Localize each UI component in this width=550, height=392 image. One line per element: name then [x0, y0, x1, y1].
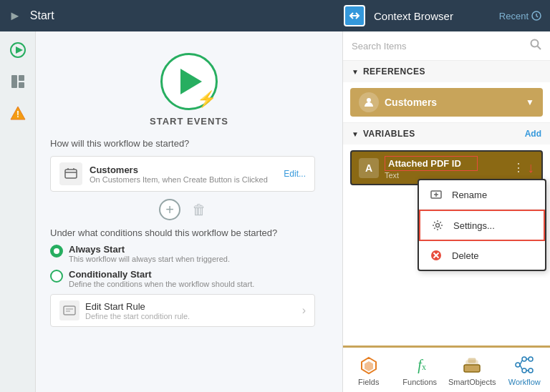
edit-rule-desc: Define the start condition rule. — [85, 312, 296, 320]
always-start-radio[interactable] — [50, 245, 63, 258]
svg-point-34 — [522, 357, 526, 361]
delete-label: Delete — [452, 250, 479, 261]
workflow-question: How will this workflow be started? — [50, 138, 328, 149]
settings-menu-item[interactable]: Settings... — [419, 210, 545, 241]
workflow-tab-label: Workflow — [508, 378, 541, 386]
references-section-header: ▼ REFERENCES — [343, 61, 550, 82]
lightning-icon: ⚡ — [197, 90, 216, 109]
rename-icon — [428, 186, 445, 203]
edit-rule-row[interactable]: Edit Start Rule Define the start conditi… — [50, 294, 315, 327]
svg-marker-27 — [365, 361, 373, 371]
context-browser-title: Context Browser — [374, 10, 453, 22]
edit-trigger-link[interactable]: Edit... — [284, 169, 306, 179]
conditional-start-desc: Define the conditions when the workflow … — [69, 280, 315, 288]
variable-name-input[interactable] — [385, 156, 478, 171]
conditional-start-option[interactable]: Conditionally Start Define the condition… — [50, 269, 315, 288]
bottom-tabs: Fields f x Functions — [343, 346, 550, 392]
svg-rect-31 — [468, 358, 476, 363]
variable-item-container: A Text ⋮ ↓ — [350, 150, 543, 185]
svg-point-36 — [522, 368, 526, 373]
delete-trigger-button[interactable]: 🗑 — [192, 202, 206, 218]
references-label: REFERENCES — [363, 67, 425, 77]
conditional-start-label: Conditionally Start — [69, 269, 315, 280]
trigger-name: Customers — [90, 165, 284, 175]
always-start-desc: This workflow will always start when tri… — [69, 255, 315, 263]
always-start-option[interactable]: Always Start This workflow will always s… — [50, 244, 315, 263]
svg-rect-6 — [19, 82, 24, 88]
svg-text:!: ! — [16, 109, 19, 119]
context-menu: Rename Settings... — [418, 179, 546, 271]
rule-arrow-icon: › — [302, 304, 306, 317]
customers-label: Customers — [385, 97, 526, 108]
edit-rule-title: Edit Start Rule — [85, 301, 296, 312]
page-title: Start — [30, 9, 54, 22]
trigger-desc: On Customers Item, when Create Button is… — [90, 175, 284, 184]
warning-icon[interactable]: ! — [5, 100, 31, 126]
svg-point-16 — [531, 40, 539, 47]
play-icon[interactable] — [5, 37, 31, 63]
settings-icon — [429, 217, 446, 234]
delete-icon — [428, 247, 445, 264]
add-trigger-button[interactable]: + — [159, 199, 180, 220]
left-sidebar: ! — [0, 31, 36, 392]
svg-rect-32 — [464, 365, 480, 372]
functions-tab-label: Functions — [402, 378, 437, 386]
rename-menu-item[interactable]: Rename — [419, 180, 545, 210]
search-icon[interactable] — [530, 39, 541, 53]
svg-text:x: x — [422, 362, 426, 372]
conditional-start-radio[interactable] — [50, 270, 63, 283]
start-events-label: START EVENTS — [150, 116, 228, 127]
functions-icon: f x — [408, 353, 431, 376]
delete-menu-item[interactable]: Delete — [419, 241, 545, 270]
variables-label: VARIABLES — [363, 129, 415, 139]
variable-down-arrow-icon: ↓ — [527, 160, 534, 176]
svg-marker-3 — [16, 46, 23, 54]
trigger-icon — [59, 162, 82, 185]
search-bar — [343, 31, 550, 61]
svg-rect-5 — [19, 75, 24, 81]
search-input[interactable] — [352, 41, 530, 52]
workflow-icon — [513, 353, 536, 376]
svg-line-17 — [538, 46, 541, 50]
svg-point-18 — [367, 98, 371, 102]
tab-workflow[interactable]: Workflow — [499, 348, 550, 392]
add-variable-button[interactable]: Add — [525, 129, 541, 139]
tab-functions[interactable]: f x Functions — [394, 348, 445, 392]
fields-icon — [357, 353, 380, 376]
rule-icon — [59, 300, 79, 320]
variable-menu-button[interactable]: ⋮ — [513, 161, 524, 175]
variable-letter: A — [359, 158, 379, 178]
svg-point-33 — [516, 363, 520, 367]
svg-point-22 — [436, 224, 440, 227]
panel-icon[interactable] — [5, 69, 31, 94]
svg-point-37 — [529, 368, 533, 373]
workflow-canvas: ⚡ START EVENTS How will this workflow be… — [36, 31, 342, 392]
svg-rect-13 — [64, 306, 75, 315]
customers-icon — [359, 92, 379, 112]
settings-label: Settings... — [453, 220, 495, 231]
right-panel: ▼ REFERENCES Customers ▼ ▼ VARIABLES Add… — [342, 31, 550, 392]
sidebar-toggle[interactable]: ► — [9, 9, 21, 24]
variables-arrow-icon: ▼ — [352, 130, 359, 138]
add-delete-row: + 🗑 — [50, 199, 315, 220]
always-start-label: Always Start — [69, 244, 315, 255]
tab-smartobjects[interactable]: SmartObjects — [445, 348, 499, 392]
svg-line-39 — [520, 365, 522, 369]
svg-rect-9 — [65, 170, 77, 178]
recent-button[interactable]: Recent — [499, 11, 541, 21]
customers-badge[interactable]: Customers ▼ — [350, 88, 543, 117]
smartobjects-icon — [460, 353, 483, 376]
svg-point-35 — [529, 357, 533, 361]
rename-label: Rename — [452, 190, 487, 200]
references-arrow-icon: ▼ — [352, 68, 359, 76]
variables-section-header: ▼ VARIABLES Add — [343, 122, 550, 144]
conditions-question: Under what conditions should this workfl… — [50, 227, 315, 238]
svg-line-38 — [520, 361, 522, 365]
customers-chevron-icon: ▼ — [526, 97, 534, 107]
fields-tab-label: Fields — [358, 378, 379, 386]
trigger-item[interactable]: Customers On Customers Item, when Create… — [50, 156, 315, 192]
expand-button[interactable] — [344, 5, 365, 26]
tab-fields[interactable]: Fields — [343, 348, 394, 392]
svg-rect-4 — [11, 75, 17, 88]
smartobjects-tab-label: SmartObjects — [448, 378, 496, 386]
